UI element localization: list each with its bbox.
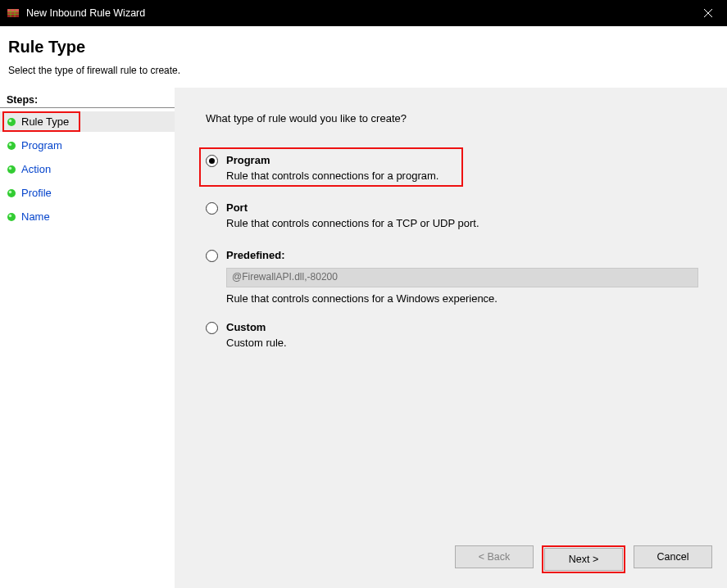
close-button[interactable] xyxy=(689,0,727,26)
step-bullet-icon xyxy=(7,212,16,222)
predefined-dropdown[interactable]: @FirewallAPI.dll,-80200 xyxy=(226,268,698,287)
button-bar: < Back Next > Cancel xyxy=(455,545,712,573)
steps-heading: Steps: xyxy=(0,93,175,108)
radio-program[interactable] xyxy=(206,155,218,167)
svg-point-10 xyxy=(9,119,11,121)
wizard-header: Rule Type Select the type of firewall ru… xyxy=(0,26,727,88)
option-desc: Rule that controls connections for a pro… xyxy=(226,170,712,182)
svg-rect-1 xyxy=(7,9,19,11)
step-name[interactable]: Name xyxy=(0,206,175,227)
option-port[interactable]: Port Rule that controls connections for … xyxy=(206,201,712,229)
page-title: Rule Type xyxy=(8,38,719,57)
main-panel: What type of rule would you like to crea… xyxy=(175,88,727,588)
svg-point-9 xyxy=(7,118,16,126)
option-custom[interactable]: Custom Custom rule. xyxy=(206,321,712,349)
step-rule-type[interactable]: Rule Type xyxy=(0,111,175,132)
step-label: Rule Type xyxy=(21,115,69,128)
step-label: Profile xyxy=(21,187,52,199)
step-label: Name xyxy=(21,210,50,223)
next-button[interactable]: Next > xyxy=(544,548,623,571)
svg-point-14 xyxy=(9,166,11,169)
option-program[interactable]: Program Rule that controls connections f… xyxy=(206,154,712,182)
wizard-body: Steps: Rule Type Program Action xyxy=(0,88,727,588)
step-bullet-icon xyxy=(7,165,16,174)
svg-point-13 xyxy=(7,165,16,174)
titlebar: New Inbound Rule Wizard xyxy=(0,0,727,26)
svg-point-15 xyxy=(7,189,16,197)
steps-list: Rule Type Program Action Profile xyxy=(0,111,175,227)
option-desc: Rule that controls connections for a TCP… xyxy=(226,217,712,229)
svg-point-12 xyxy=(9,142,11,145)
firewall-icon xyxy=(7,7,20,20)
option-predefined[interactable]: Predefined: @FirewallAPI.dll,-80200 Rule… xyxy=(206,249,712,305)
svg-point-17 xyxy=(7,213,16,221)
option-body: Custom Custom rule. xyxy=(226,321,712,349)
step-action[interactable]: Action xyxy=(0,159,175,179)
option-title: Port xyxy=(226,201,712,214)
step-label: Action xyxy=(21,163,51,175)
radio-predefined[interactable] xyxy=(206,250,218,262)
option-desc: Custom rule. xyxy=(226,337,712,349)
option-body: Program Rule that controls connections f… xyxy=(226,154,712,182)
step-bullet-icon xyxy=(7,141,16,151)
step-bullet-icon xyxy=(7,188,16,198)
back-button[interactable]: < Back xyxy=(455,545,534,568)
step-bullet-icon xyxy=(7,117,16,127)
option-title: Custom xyxy=(226,321,712,333)
svg-point-11 xyxy=(7,142,16,150)
option-body: Port Rule that controls connections for … xyxy=(226,201,712,229)
cancel-button[interactable]: Cancel xyxy=(634,545,712,568)
highlight-box: Next > xyxy=(542,545,625,573)
step-program[interactable]: Program xyxy=(0,135,175,156)
option-title: Predefined: xyxy=(226,249,712,261)
steps-sidebar: Steps: Rule Type Program Action xyxy=(0,88,175,588)
step-label: Program xyxy=(21,139,62,152)
rule-type-question: What type of rule would you like to crea… xyxy=(206,112,712,124)
option-title: Program xyxy=(226,154,712,166)
svg-point-18 xyxy=(9,214,11,216)
option-desc: Rule that controls connections for a Win… xyxy=(226,292,712,305)
step-profile[interactable]: Profile xyxy=(0,183,175,203)
window-title: New Inbound Rule Wizard xyxy=(26,7,689,19)
page-subtitle: Select the type of firewall rule to crea… xyxy=(8,65,719,76)
close-icon xyxy=(704,9,712,17)
svg-point-16 xyxy=(9,190,11,192)
radio-custom[interactable] xyxy=(206,322,218,334)
option-body: Predefined: @FirewallAPI.dll,-80200 Rule… xyxy=(226,249,712,305)
radio-port[interactable] xyxy=(206,202,218,215)
